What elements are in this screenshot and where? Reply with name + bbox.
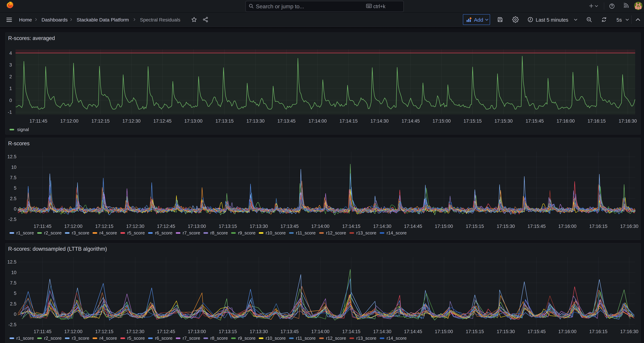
svg-text:r4_score: r4_score [100,335,117,341]
svg-text:17:13:45: 17:13:45 [280,329,298,334]
svg-text:r1_score: r1_score [16,335,34,341]
svg-text:17:15:00: 17:15:00 [435,329,453,334]
svg-text:17:15:30: 17:15:30 [496,329,515,334]
svg-text:r2_score: r2_score [44,335,62,341]
svg-text:17:16:15: 17:16:15 [589,329,607,334]
svg-text:-2.5: -2.5 [8,322,16,327]
svg-text:r12_score: r12_score [326,335,346,341]
svg-text:17:13:30: 17:13:30 [250,329,268,334]
svg-text:r11_score: r11_score [296,335,316,341]
svg-text:17:14:15: 17:14:15 [342,329,360,334]
svg-text:r9_score: r9_score [238,335,256,341]
svg-text:17:15:15: 17:15:15 [466,329,484,334]
svg-text:17:14:30: 17:14:30 [373,329,391,334]
svg-text:r6_score: r6_score [155,335,172,341]
svg-text:17:13:00: 17:13:00 [188,329,206,334]
svg-text:10: 10 [11,270,16,275]
svg-text:17:12:30: 17:12:30 [126,329,144,334]
svg-text:7.5: 7.5 [10,280,16,285]
svg-text:2.5: 2.5 [10,301,16,306]
svg-text:r7_score: r7_score [183,335,200,341]
svg-text:17:12:15: 17:12:15 [95,329,113,334]
svg-text:r8_score: r8_score [210,335,228,341]
svg-text:17:15:45: 17:15:45 [528,329,546,334]
svg-text:r3_score: r3_score [72,335,89,341]
svg-text:17:12:45: 17:12:45 [157,329,175,334]
svg-text:17:14:00: 17:14:00 [311,329,329,334]
svg-text:17:14:45: 17:14:45 [404,329,422,334]
svg-text:5: 5 [14,291,16,296]
svg-text:r5_score: r5_score [127,335,145,341]
svg-text:17:11:45: 17:11:45 [34,329,51,334]
svg-text:r14_score: r14_score [386,335,407,341]
svg-text:17:16:00: 17:16:00 [558,329,576,334]
svg-text:12.5: 12.5 [7,259,16,264]
svg-text:0: 0 [14,312,16,317]
svg-text:r10_score: r10_score [266,335,286,341]
svg-text:17:13:15: 17:13:15 [219,329,237,334]
svg-text:r13_score: r13_score [356,335,376,341]
svg-text:17:12:00: 17:12:00 [64,329,82,334]
svg-text:17:16:30: 17:16:30 [620,329,638,334]
